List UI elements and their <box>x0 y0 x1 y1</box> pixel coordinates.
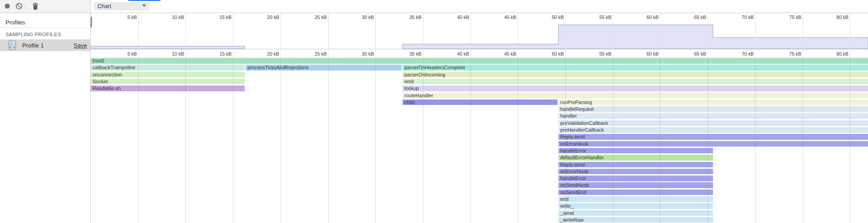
flame-bar-lookup[interactable]: lookup <box>402 85 868 91</box>
clear-all-profiles-button[interactable] <box>14 1 24 11</box>
ruler-tick-label: 5 kB <box>110 51 137 57</box>
gridline <box>423 50 423 57</box>
flame-bar-onconnection[interactable]: onconnection <box>91 72 245 78</box>
flame-bar-_writeRaw[interactable]: _writeRaw <box>558 217 713 223</box>
toolbar-divider <box>25 2 25 10</box>
gridline <box>708 50 708 57</box>
gridline <box>755 50 756 57</box>
profile-name: Profile 1 <box>22 42 44 49</box>
gridline <box>328 50 329 57</box>
active-tab-indicator <box>128 0 160 1</box>
flame-bar-Reply.send[interactable]: Reply.send <box>558 162 713 168</box>
gridline <box>328 57 329 223</box>
gridline <box>850 50 850 57</box>
flame-bar-defaultErrorHandler[interactable]: defaultErrorHandler <box>558 155 713 161</box>
flame-bar-runPreParsing[interactable]: runPreParsing <box>558 100 868 105</box>
gridline <box>233 50 233 57</box>
view-mode-label: Chart <box>97 3 112 9</box>
chevron-down-icon <box>142 5 146 7</box>
gridline <box>613 50 613 57</box>
record-icon <box>5 4 10 9</box>
profile-icon: % <box>7 40 17 50</box>
memory-profiler-panel: Chart Profiles SAMPLING PROFILES % Profi… <box>0 0 868 223</box>
ruler-tick-label: 30 kB <box>347 51 374 57</box>
ruler-tick-label: 70 kB <box>727 51 754 57</box>
profiles-toolbar <box>0 0 91 13</box>
ruler-tick-label: 25 kB <box>300 51 327 57</box>
save-profile-link[interactable]: Save <box>73 42 87 49</box>
flame-bar-Reply.send[interactable]: Reply.send <box>558 134 868 140</box>
chart-pane: 5 kB10 kB15 kB20 kB25 kB30 kB35 kB40 kB4… <box>91 13 868 223</box>
flame-chart-ruler: 5 kB10 kB15 kB20 kB25 kB30 kB35 kB40 kB4… <box>91 50 868 57</box>
flame-bar-parserOnHeadersComplete[interactable]: parserOnHeadersComplete <box>402 65 868 71</box>
profiles-header: Profiles <box>5 19 25 26</box>
ruler-tick-label: 40 kB <box>442 51 469 57</box>
flame-bar-handler[interactable]: handler <box>558 113 868 119</box>
gridline <box>281 57 281 223</box>
flame-bar-end[interactable]: end <box>558 196 713 202</box>
gridline <box>375 50 376 57</box>
view-mode-select[interactable]: Chart <box>94 2 149 10</box>
flame-bar-preValidationCallback[interactable]: preValidationCallback <box>558 120 868 126</box>
flame-bar-Readable.on[interactable]: Readable.on <box>91 85 245 91</box>
flame-bar-write_[interactable]: write_ <box>558 203 713 209</box>
ruler-tick-label: 55 kB <box>584 51 611 57</box>
flame-bar-callbackTrampoline[interactable]: callbackTrampoline <box>91 65 245 71</box>
sidebar: Profiles SAMPLING PROFILES % Profile 1 S… <box>0 13 91 223</box>
gridline <box>138 50 139 57</box>
ruler-tick-label: 75 kB <box>774 51 801 57</box>
flame-bar-preHandlerCallback[interactable]: preHandlerCallback <box>558 127 868 133</box>
gridline <box>470 50 471 57</box>
memory-overview-pane[interactable]: 5 kB10 kB15 kB20 kB25 kB30 kB35 kB40 kB4… <box>91 13 868 49</box>
ruler-tick-label: 80 kB <box>821 51 849 57</box>
flame-bar-onErrorHook[interactable]: onErrorHook <box>558 169 713 175</box>
gridline <box>185 50 186 57</box>
flame-bar-handleError[interactable]: handleError <box>558 176 713 181</box>
block-icon <box>16 3 22 9</box>
toolbar: Chart <box>0 0 868 13</box>
trash-icon <box>33 3 38 10</box>
flame-bar-Socket[interactable]: Socket <box>91 79 245 85</box>
flame-bar-handleError[interactable]: handleError <box>558 148 713 154</box>
flame-bar-root[interactable]: (root) <box>91 58 868 64</box>
ruler-tick-label: 35 kB <box>394 51 422 57</box>
flame-bar-processTicksAndRejections[interactable]: processTicksAndRejections <box>246 65 402 71</box>
flame-bar-emit[interactable]: emit <box>402 79 868 85</box>
ruler-tick-label: 10 kB <box>157 51 184 57</box>
ruler-tick-label: 15 kB <box>204 51 232 57</box>
flame-chart[interactable]: (root)callbackTrampolineprocessTicksAndR… <box>91 57 868 223</box>
delete-profile-button[interactable] <box>30 1 40 11</box>
flame-bar-parserOnIncoming[interactable]: parserOnIncoming <box>402 72 868 78</box>
gridline <box>518 50 518 57</box>
flame-bar-_send[interactable]: _send <box>558 210 713 216</box>
flame-bar-onSendEnd[interactable]: onSendEnd <box>558 190 713 195</box>
sidebar-divider <box>0 28 90 28</box>
gridline <box>281 50 281 57</box>
gridline <box>803 50 803 57</box>
gridline <box>375 57 376 223</box>
flame-bar-onErrorHook[interactable]: onErrorHook <box>558 141 868 147</box>
flame-bar-onSendHook[interactable]: onSendHook <box>558 182 713 188</box>
overview-area-chart <box>91 13 868 49</box>
profile-list-item[interactable]: % Profile 1 Save <box>0 39 90 51</box>
flame-bar-child[interactable]: child <box>402 100 558 105</box>
ruler-tick-label: 20 kB <box>252 51 279 57</box>
ruler-tick-label: 60 kB <box>631 51 659 57</box>
gridline <box>565 50 566 57</box>
gridline <box>660 50 660 57</box>
flame-bar-routeHandler[interactable]: routeHandler <box>402 93 868 99</box>
svg-text:%: % <box>12 46 15 50</box>
flame-bar-handleRequest[interactable]: handleRequest <box>558 106 868 112</box>
record-profile-button[interactable] <box>2 1 12 11</box>
ruler-tick-label: 50 kB <box>537 51 564 57</box>
sampling-profiles-section-label: SAMPLING PROFILES <box>5 32 61 37</box>
ruler-tick-label: 45 kB <box>489 51 516 57</box>
ruler-tick-label: 65 kB <box>679 51 706 57</box>
